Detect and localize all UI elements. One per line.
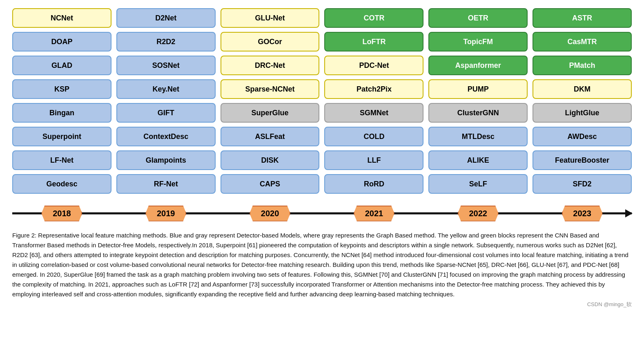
method-box: DISK	[221, 150, 320, 170]
method-box: ALIKE	[428, 150, 528, 170]
method-box: LLF	[324, 150, 423, 170]
method-box: PMatch	[533, 56, 632, 75]
method-box: ClusterGNN	[428, 103, 528, 123]
year-badge: 2018	[41, 206, 82, 222]
diagram-area: NCNetD2NetGLU-NetCOTROETRASTRDOAPR2D2GOC…	[8, 4, 636, 226]
method-box: DKM	[533, 79, 632, 99]
method-box: SGMNet	[324, 103, 423, 123]
method-box: Patch2Pix	[324, 79, 423, 99]
method-box: SFD2	[533, 174, 632, 194]
method-box: GLAD	[12, 56, 111, 75]
timeline-year-label: 2023	[533, 206, 632, 222]
method-box: COTR	[324, 8, 423, 28]
method-box: CAPS	[221, 174, 320, 194]
method-box: OETR	[428, 8, 528, 28]
method-box: Bingan	[12, 103, 111, 123]
timeline-year-label: 2018	[12, 206, 111, 222]
method-box: LF-Net	[12, 150, 111, 170]
method-box: PUMP	[428, 79, 528, 99]
method-box: Key.Net	[116, 79, 216, 99]
method-box: GLU-Net	[221, 8, 320, 28]
method-box: ASTR	[533, 8, 632, 28]
method-box: R2D2	[116, 32, 216, 51]
method-box: SeLF	[428, 174, 528, 194]
watermark-text: CSDN @mingo_软	[8, 301, 632, 308]
method-box: DOAP	[12, 32, 111, 51]
method-box: RF-Net	[116, 174, 216, 194]
method-box: SuperGlue	[221, 103, 320, 123]
year-badge: 2021	[354, 206, 394, 222]
method-box: D2Net	[116, 8, 216, 28]
method-grid: NCNetD2NetGLU-NetCOTROETRASTRDOAPR2D2GOC…	[8, 8, 636, 194]
method-box: ASLFeat	[221, 127, 320, 146]
timeline-year-label: 2021	[324, 206, 423, 222]
method-box: GOCor	[221, 32, 320, 51]
method-box: Aspanformer	[428, 56, 528, 75]
method-box: SOSNet	[116, 56, 216, 75]
method-box: CasMTR	[533, 32, 632, 51]
method-box: GIFT	[116, 103, 216, 123]
method-box: COLD	[324, 127, 423, 146]
method-box: KSP	[12, 79, 111, 99]
year-badge: 2023	[562, 206, 603, 222]
timeline-year-label: 2019	[116, 206, 216, 222]
year-badge: 2020	[250, 206, 290, 222]
method-box: AWDesc	[533, 127, 632, 146]
method-box: Sparse-NCNet	[221, 79, 320, 99]
year-badge: 2022	[458, 206, 499, 222]
year-badge: 2019	[145, 206, 186, 222]
method-box: NCNet	[12, 8, 111, 28]
method-box: MTLDesc	[428, 127, 528, 146]
method-box: TopicFM	[428, 32, 528, 51]
method-box: LoFTR	[324, 32, 423, 51]
method-box: Superpoint	[12, 127, 111, 146]
timeline-area: 201820192020202120222023	[12, 201, 632, 226]
method-box: LightGlue	[533, 103, 632, 123]
method-box: PDC-Net	[324, 56, 423, 75]
method-box: RoRD	[324, 174, 423, 194]
method-box: Glampoints	[116, 150, 216, 170]
caption-text: Figure 2: Representative local feature m…	[12, 231, 632, 299]
method-box: ContextDesc	[116, 127, 216, 146]
timeline-year-label: 2022	[428, 206, 528, 222]
method-box: Geodesc	[12, 174, 111, 194]
method-box: FeatureBooster	[533, 150, 632, 170]
method-box: DRC-Net	[221, 56, 320, 75]
timeline-year-label: 2020	[221, 206, 320, 222]
